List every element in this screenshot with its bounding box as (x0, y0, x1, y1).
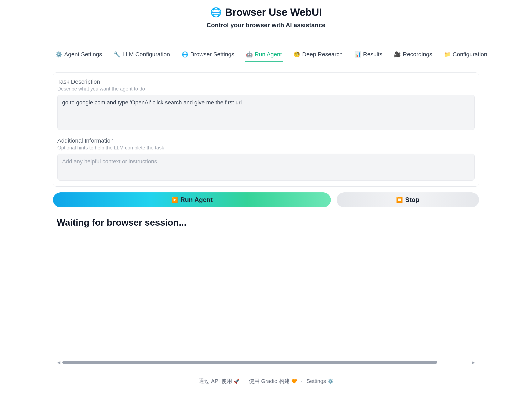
tab-recordings[interactable]: 🎥 Recordings (393, 47, 433, 62)
task-description-group: Task Description Describe what you want … (57, 78, 475, 131)
folder-icon: 📁 (444, 52, 451, 57)
scrollbar-track-bg[interactable] (62, 361, 470, 364)
footer-api-label: 通过 API 使用 (199, 377, 232, 385)
tab-agent-settings[interactable]: ⚙️ Agent Settings (55, 47, 103, 62)
tab-label: Recordings (403, 51, 432, 58)
scroll-right-arrow-icon[interactable]: ▶ (472, 360, 475, 365)
tab-run-agent[interactable]: 🤖 Run Agent (245, 47, 283, 62)
run-agent-button-label: Run Agent (180, 196, 213, 204)
horizontal-scrollbar[interactable]: ◀ ▶ (57, 360, 475, 364)
tab-results[interactable]: 📊 Results (353, 47, 383, 62)
heart-icon: 🧡 (291, 379, 297, 384)
tab-deep-research[interactable]: 🧐 Deep Research (293, 47, 343, 62)
additional-information-group: Additional Information Optional hints to… (57, 137, 475, 181)
footer-settings-label: Settings (306, 378, 326, 385)
task-description-hint: Describe what you want the agent to do (57, 86, 475, 92)
run-agent-panel: Task Description Describe what you want … (53, 73, 479, 187)
tab-llm-configuration[interactable]: 🔧 LLM Configuration (113, 47, 171, 62)
tab-label: Agent Settings (64, 51, 102, 58)
robot-icon: 🤖 (246, 52, 253, 57)
tab-browser-settings[interactable]: 🌐 Browser Settings (181, 47, 235, 62)
additional-information-hint: Optional hints to help the LLM complete … (57, 145, 475, 151)
tab-label: Run Agent (255, 51, 282, 58)
gear-icon: ⚙️ (56, 52, 62, 57)
page-subtitle: Control your browser with AI assistance (0, 22, 532, 29)
footer-separator: · (301, 378, 302, 384)
rocket-icon: 🚀 (234, 379, 239, 384)
tab-label: Deep Research (302, 51, 343, 58)
tab-label: Results (363, 51, 382, 58)
additional-information-input[interactable] (57, 154, 475, 181)
header: 🌐 Browser Use WebUI Control your browser… (0, 6, 532, 29)
stop-button[interactable]: ⏹️ Stop (337, 192, 479, 207)
tab-configuration[interactable]: 📁 Configuration (443, 47, 488, 62)
tab-label: LLM Configuration (122, 51, 170, 58)
gear-small-icon: ⚙️ (328, 379, 333, 384)
task-description-input[interactable] (57, 95, 475, 130)
footer-settings-link[interactable]: Settings ⚙️ (306, 378, 333, 385)
bar-chart-icon: 📊 (354, 52, 361, 57)
stop-icon: ⏹️ (396, 197, 403, 203)
additional-information-label: Additional Information (57, 137, 475, 144)
task-description-label: Task Description (57, 78, 475, 85)
scrollbar-thumb[interactable] (62, 361, 437, 364)
tab-label: Configuration (453, 51, 487, 58)
footer: 通过 API 使用 🚀 · 使用 Gradio 构建 🧡 · Settings … (0, 377, 532, 385)
run-agent-button[interactable]: ▶️ Run Agent (53, 192, 331, 207)
camera-icon: 🎥 (394, 52, 401, 57)
globe-icon: 🌐 (210, 8, 222, 17)
status-message: Waiting for browser session... (53, 217, 479, 228)
tab-label: Browser Settings (190, 51, 234, 58)
footer-gradio-link[interactable]: 使用 Gradio 构建 🧡 (249, 377, 297, 385)
footer-separator: · (243, 378, 245, 384)
face-monocle-icon: 🧐 (294, 52, 300, 57)
footer-gradio-label: 使用 Gradio 构建 (249, 377, 290, 385)
play-icon: ▶️ (171, 197, 178, 203)
page-title: Browser Use WebUI (225, 6, 322, 18)
wrench-icon: 🔧 (114, 52, 120, 57)
footer-api-link[interactable]: 通过 API 使用 🚀 (199, 377, 239, 385)
stop-button-label: Stop (405, 196, 419, 204)
button-row: ▶️ Run Agent ⏹️ Stop (53, 192, 479, 207)
scroll-left-arrow-icon[interactable]: ◀ (57, 360, 60, 365)
tabs-bar: ⚙️ Agent Settings 🔧 LLM Configuration 🌐 … (53, 47, 479, 62)
globe-small-icon: 🌐 (182, 52, 188, 57)
